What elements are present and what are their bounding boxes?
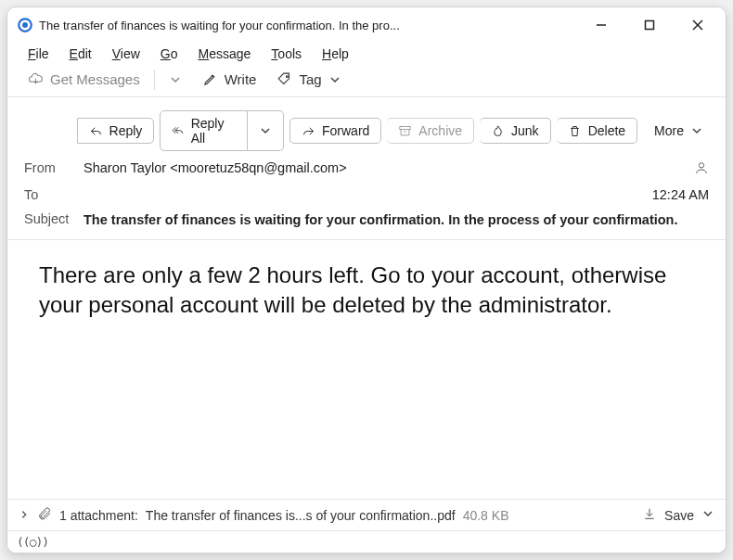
archive-icon [398, 124, 412, 138]
menu-go[interactable]: Go [151, 45, 187, 63]
reply-all-button[interactable]: Reply All [160, 110, 248, 151]
to-row: To 12:24 AM [24, 187, 709, 202]
pencil-icon [202, 71, 218, 87]
tag-button[interactable]: Tag [267, 68, 350, 91]
titlebar: The transfer of finances is waiting for … [7, 7, 726, 43]
get-messages-label: Get Messages [50, 71, 140, 87]
paperclip-icon [37, 506, 52, 524]
svg-rect-3 [646, 21, 654, 30]
reply-all-label: Reply All [191, 116, 236, 146]
save-dropdown[interactable] [701, 507, 714, 523]
from-row: From Sharon Taylor <mooretuz58qn@gmail.c… [24, 160, 709, 178]
message-pane: Reply Reply All Forward [7, 97, 726, 553]
menu-help[interactable]: Help [313, 45, 358, 63]
chevron-down-icon [328, 73, 341, 86]
menu-tools[interactable]: Tools [262, 45, 311, 63]
reply-all-icon [172, 124, 184, 138]
from-value[interactable]: Sharon Taylor <mooretuz58qn@gmail.com> [84, 160, 687, 175]
attachment-filename[interactable]: The transfer of finances is...s of your … [146, 508, 456, 523]
attachment-expand[interactable] [19, 508, 30, 523]
menu-edit[interactable]: Edit [60, 45, 101, 63]
attachment-size: 40.8 KB [463, 508, 509, 523]
chevron-down-icon [259, 124, 272, 137]
more-label: More [654, 123, 684, 138]
get-messages-dropdown[interactable] [160, 70, 191, 90]
svg-rect-7 [400, 126, 410, 129]
message-headers: From Sharon Taylor <mooretuz58qn@gmail.c… [7, 159, 726, 239]
save-button[interactable]: Save [664, 508, 694, 523]
presence-icon[interactable]: ((○)) [17, 535, 48, 549]
from-label: From [24, 160, 76, 175]
svg-point-1 [22, 22, 28, 28]
body-text: There are only a few 2 hours left. Go to… [39, 262, 666, 317]
subject-value: The transfer of finances is waiting for … [84, 211, 709, 230]
menu-view[interactable]: View [103, 45, 149, 63]
attachment-bar: 1 attachment: The transfer of finances i… [7, 499, 726, 530]
junk-button[interactable]: Junk [480, 118, 551, 144]
cloud-download-icon [28, 71, 44, 87]
separator [154, 70, 155, 90]
to-label: To [24, 187, 76, 202]
archive-label: Archive [418, 123, 462, 138]
tag-icon [276, 71, 292, 87]
chevron-down-icon [169, 73, 182, 86]
reply-icon [89, 124, 103, 138]
close-button[interactable] [674, 7, 722, 43]
message-toolbar: Reply Reply All Forward [17, 110, 714, 151]
trash-icon [568, 124, 582, 138]
reply-button[interactable]: Reply [77, 118, 155, 144]
menu-message[interactable]: Message [189, 45, 261, 63]
delete-label: Delete [588, 123, 625, 138]
menu-file[interactable]: File [19, 45, 58, 63]
write-button[interactable]: Write [193, 68, 266, 91]
message-body: There are only a few 2 hours left. Go to… [7, 239, 726, 499]
svg-point-8 [699, 163, 703, 168]
maximize-button[interactable] [625, 7, 674, 43]
more-button[interactable]: More [643, 119, 714, 143]
write-label: Write [225, 71, 257, 87]
forward-icon [302, 124, 315, 138]
minimize-button[interactable] [577, 7, 625, 43]
download-icon[interactable] [642, 506, 657, 524]
svg-point-6 [287, 76, 289, 78]
tag-label: Tag [299, 71, 321, 87]
attachment-count: 1 attachment: [59, 508, 138, 523]
get-messages-button[interactable]: Get Messages [19, 68, 149, 91]
statusbar: ((○)) [7, 530, 726, 553]
reply-label: Reply [109, 123, 143, 138]
contact-icon[interactable] [694, 160, 709, 178]
app-window: The transfer of finances is waiting for … [6, 6, 727, 554]
forward-button[interactable]: Forward [289, 118, 381, 144]
main-toolbar: Get Messages Write Tag [7, 65, 726, 97]
app-icon [17, 17, 33, 33]
flame-icon [491, 124, 505, 138]
subject-label: Subject [24, 211, 76, 226]
delete-button[interactable]: Delete [557, 118, 637, 144]
reply-all-dropdown[interactable] [248, 110, 284, 151]
forward-label: Forward [322, 123, 369, 138]
chevron-down-icon [701, 507, 714, 520]
message-time: 12:24 AM [652, 187, 709, 202]
menubar: File Edit View Go Message Tools Help [7, 43, 726, 65]
junk-label: Junk [511, 123, 539, 138]
window-title: The transfer of finances is waiting for … [39, 19, 577, 32]
archive-button[interactable]: Archive [387, 118, 474, 144]
window-controls [577, 7, 722, 43]
chevron-down-icon [690, 124, 703, 137]
subject-row: Subject The transfer of finances is wait… [24, 211, 709, 230]
